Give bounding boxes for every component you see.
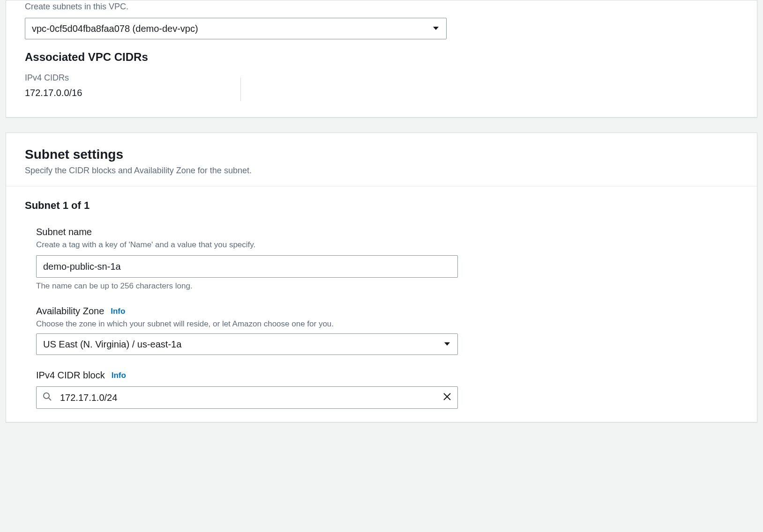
cidr-block: IPv4 CIDRs 172.17.0.0/16: [25, 73, 738, 98]
availability-zone-info-link[interactable]: Info: [111, 307, 125, 316]
search-icon: [43, 392, 52, 403]
ipv4-cidrs-value: 172.17.0.0/16: [25, 88, 738, 98]
availability-zone-selected-value: US East (N. Virginia) / us-east-1a: [43, 339, 181, 350]
subnet-name-description: Create a tag with a key of 'Name' and a …: [36, 240, 738, 250]
ipv4-cidrs-label: IPv4 CIDRs: [25, 73, 738, 83]
subnet-settings-title: Subnet settings: [25, 147, 738, 162]
subnet-name-label: Subnet name: [36, 227, 738, 237]
availability-zone-description: Choose the zone in which your subnet wil…: [36, 319, 738, 329]
subnet-settings-panel: Subnet settings Specify the CIDR blocks …: [6, 133, 757, 422]
availability-zone-select[interactable]: US East (N. Virginia) / us-east-1a: [36, 333, 458, 355]
subnet-name-input[interactable]: [36, 255, 458, 278]
subnet-counter: Subnet 1 of 1: [25, 200, 738, 212]
vpc-select[interactable]: vpc-0cf5d04fba8faa078 (demo-dev-vpc): [25, 18, 447, 39]
ipv4-cidr-field: IPv4 CIDR block Info: [25, 370, 738, 409]
subnet-name-help: The name can be up to 256 characters lon…: [36, 281, 738, 291]
vpc-panel: Create subnets in this VPC. vpc-0cf5d04f…: [6, 0, 757, 118]
vpc-description: Create subnets in this VPC.: [25, 0, 738, 13]
ipv4-cidr-input[interactable]: [36, 386, 458, 409]
svg-point-0: [44, 393, 49, 399]
vpc-selected-value: vpc-0cf5d04fba8faa078 (demo-dev-vpc): [32, 23, 198, 34]
clear-input-button[interactable]: [443, 392, 451, 403]
subnet-settings-description: Specify the CIDR blocks and Availability…: [25, 166, 738, 176]
vertical-divider: [240, 78, 241, 101]
availability-zone-field: Availability Zone Info Choose the zone i…: [25, 306, 738, 355]
availability-zone-label: Availability Zone: [36, 306, 104, 317]
ipv4-cidr-info-link[interactable]: Info: [112, 371, 126, 380]
ipv4-cidr-label: IPv4 CIDR block: [36, 370, 105, 381]
subnet-name-field: Subnet name Create a tag with a key of '…: [25, 227, 738, 291]
subnet-settings-header: Subnet settings Specify the CIDR blocks …: [6, 133, 757, 186]
svg-line-1: [49, 398, 51, 400]
associated-cidrs-heading: Associated VPC CIDRs: [25, 51, 738, 64]
